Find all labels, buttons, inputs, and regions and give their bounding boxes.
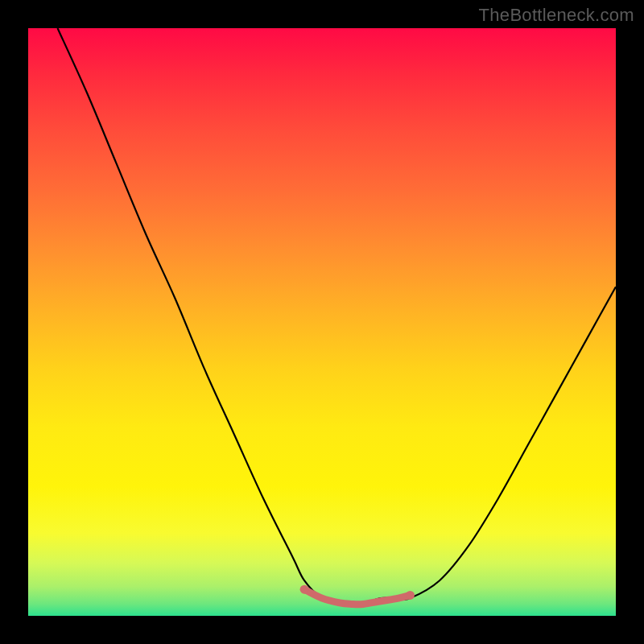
highlight-dot-right: [406, 591, 415, 600]
watermark-text: TheBottleneck.com: [479, 5, 634, 26]
main-curve-line: [58, 28, 617, 605]
plot-area: [28, 28, 616, 616]
chart-svg: [28, 28, 616, 616]
chart-frame: TheBottleneck.com: [0, 0, 644, 644]
highlight-dot-left: [300, 585, 309, 594]
bottom-highlight-line: [304, 589, 410, 605]
